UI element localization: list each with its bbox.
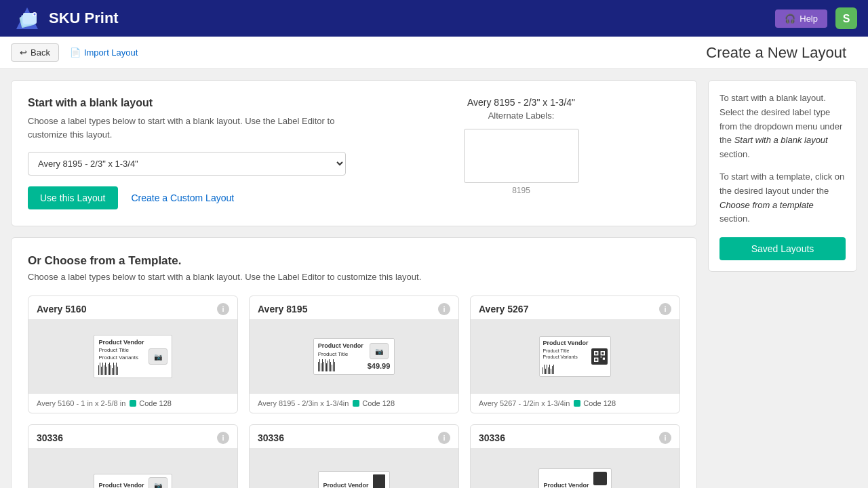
card-right: Avery 8195 - 2/3" x 1-3/4" Alternate Lab… xyxy=(362,97,680,195)
template-item[interactable]: Avery 8195 i Product Vendor Product Titl… xyxy=(249,296,459,413)
template-header: 30336 i xyxy=(250,425,458,448)
card-inner: Start with a blank layout Choose a label… xyxy=(28,97,680,209)
alternate-labels-text: Alternate Labels: xyxy=(488,110,555,121)
barcode-lines xyxy=(542,361,588,374)
blank-layout-heading: Start with a blank layout xyxy=(28,97,346,109)
import-layout-button[interactable]: 📄 Import Layout xyxy=(70,47,138,58)
code-badge: Code 128 xyxy=(130,399,172,407)
saved-layouts-button[interactable]: Saved Layouts xyxy=(719,237,846,260)
label-mockup-text: Product Vendor xyxy=(98,481,144,488)
template-item[interactable]: Avery 5267 i Product Vendor Product Titl… xyxy=(470,296,680,413)
template-item[interactable]: 30336 i Product Vendor 30336 xyxy=(249,424,459,488)
label-mockup: Product Vendor 📷 xyxy=(94,474,172,488)
vendor-text: Product Vendor xyxy=(323,481,368,488)
template-item[interactable]: Avery 5160 i Product Vendor Product Titl… xyxy=(28,296,238,413)
barcode-lines xyxy=(98,361,144,375)
left-panel: Start with a blank layout Choose a label… xyxy=(11,80,697,488)
info-icon[interactable]: i xyxy=(659,303,671,315)
card-left: Start with a blank layout Choose a label… xyxy=(28,97,346,209)
vendor-text: Product Vendor xyxy=(98,338,144,347)
svg-rect-9 xyxy=(595,352,597,354)
info-icon[interactable]: i xyxy=(217,303,229,315)
code-badge-square xyxy=(574,400,580,407)
template-header: Avery 8195 i xyxy=(250,296,458,319)
variants-text: Product Variants xyxy=(98,354,144,361)
back-button[interactable]: ↩ Back xyxy=(11,43,59,62)
template-grid: Avery 5160 i Product Vendor Product Titl… xyxy=(28,296,680,488)
price-text: $49.99 xyxy=(368,362,391,370)
logo-icon xyxy=(11,3,43,33)
template-preview-30336-3: Product Vendor xyxy=(471,448,679,488)
headphone-icon: 🎧 xyxy=(785,14,795,24)
label-mockup: Product Vendor xyxy=(318,471,389,488)
label-mockup: Product Vendor Product Title Product Var… xyxy=(94,335,172,379)
blank-layout-card: Start with a blank layout Choose a label… xyxy=(11,80,697,226)
template-name: 30336 xyxy=(258,432,284,443)
template-footer: Avery 5267 - 1/2in x 1-3/4in Code 128 xyxy=(471,394,679,413)
template-name: 30336 xyxy=(37,432,63,443)
template-header: 30336 i xyxy=(471,425,679,448)
label-mockup-text: Product Vendor Product Title Product Var… xyxy=(542,339,588,374)
templates-description: Choose a label types below to start with… xyxy=(28,272,680,282)
label-preview-box xyxy=(464,129,579,183)
svg-rect-14 xyxy=(600,357,601,358)
template-footer: Avery 5160 - 1 in x 2-5/8 in Code 128 xyxy=(28,394,237,413)
title-text: Product Title xyxy=(98,346,144,354)
template-footer: Avery 8195 - 2/3in x 1-3/4in Code 128 xyxy=(250,394,458,413)
import-icon: 📄 xyxy=(70,47,81,58)
vendor-text: Product Vendor xyxy=(543,481,589,488)
label-type-select[interactable]: Avery 8195 - 2/3" x 1-3/4" Avery 5160 - … xyxy=(28,152,346,176)
vendor-text: Product Vendor xyxy=(542,339,588,348)
back-icon: ↩ xyxy=(20,47,27,58)
label-mockup: Product Vendor xyxy=(538,468,611,489)
info-text-2: To start with a template, click on the d… xyxy=(719,170,846,226)
shopify-icon: S xyxy=(835,7,857,29)
page-title: Create a New Layout xyxy=(706,44,846,62)
svg-point-5 xyxy=(34,14,36,16)
info-icon[interactable]: i xyxy=(217,432,229,444)
label-number: 8195 xyxy=(512,186,530,195)
create-custom-button[interactable]: Create a Custom Layout xyxy=(131,192,234,203)
template-item[interactable]: 30336 i Product Vendor xyxy=(470,424,680,488)
template-preview-30336-1: Product Vendor 📷 xyxy=(28,448,237,488)
camera-icon-mockup: 📷 xyxy=(370,343,389,359)
label-preview-title: Avery 8195 - 2/3" x 1-3/4" xyxy=(467,97,575,108)
barcode-qr-group xyxy=(593,472,607,489)
code-badge-square xyxy=(353,400,359,407)
template-size: Avery 5267 - 1/2in x 1-3/4in xyxy=(479,399,570,407)
button-row: Use this Layout Create a Custom Layout xyxy=(28,186,346,209)
camera-icon-mockup: 📷 xyxy=(149,477,167,488)
templates-heading: Or Choose from a Template. xyxy=(28,254,680,268)
blank-layout-description: Choose a label types below to start with… xyxy=(28,115,346,141)
use-layout-button[interactable]: Use this Layout xyxy=(28,186,118,209)
info-icon[interactable]: i xyxy=(438,432,450,444)
label-mockup-text: Product Vendor Product Title Product Var… xyxy=(98,338,144,375)
camera-icon-mockup: 📷 xyxy=(149,348,167,365)
template-item[interactable]: 30336 i Product Vendor 📷 30336 xyxy=(28,424,238,488)
svg-rect-11 xyxy=(601,352,604,354)
label-mockup-text: Product Vendor xyxy=(543,481,589,488)
info-icon[interactable]: i xyxy=(438,303,450,315)
template-preview-avery8195: Product Vendor Product Title 📷 $49.99 xyxy=(250,319,458,394)
help-button[interactable]: 🎧 Help xyxy=(775,9,827,28)
template-name: Avery 5160 xyxy=(37,304,86,314)
template-header: Avery 5160 i xyxy=(28,296,237,319)
qr-icon xyxy=(591,348,608,365)
info-icon[interactable]: i xyxy=(659,432,671,444)
qr-small xyxy=(593,472,607,485)
template-header: 30336 i xyxy=(28,425,237,448)
info-text-1: To start with a blank layout. Select the… xyxy=(719,92,846,162)
sub-header: ↩ Back 📄 Import Layout Create a New Layo… xyxy=(0,37,868,69)
logo-area: SKU Print xyxy=(11,3,119,33)
template-size: Avery 5160 - 1 in x 2-5/8 in xyxy=(37,399,125,407)
barcode-lines xyxy=(593,486,607,489)
vendor-text: Product Vendor xyxy=(98,481,144,488)
variants-text: Product Variants xyxy=(542,354,588,361)
template-name: 30336 xyxy=(479,432,505,443)
label-mockup-small: Product Vendor Product Title Product Var… xyxy=(539,336,610,377)
info-card: To start with a blank layout. Select the… xyxy=(708,80,857,272)
template-preview-avery5160: Product Vendor Product Title Product Var… xyxy=(28,319,237,394)
code-badge: Code 128 xyxy=(353,399,395,407)
template-size: Avery 8195 - 2/3in x 1-3/4in xyxy=(258,399,349,407)
label-mockup-text: Product Vendor Product Title xyxy=(318,342,363,371)
